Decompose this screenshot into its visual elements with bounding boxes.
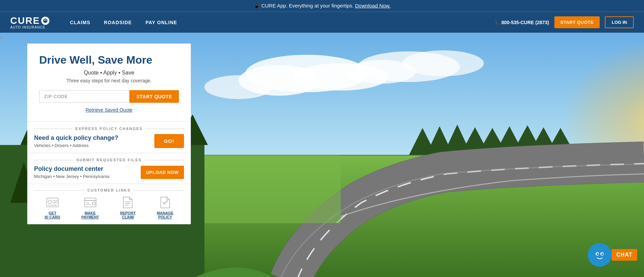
submit-files-label: SUBMIT REQUESTED FILES [34, 158, 184, 162]
claim-label: REPORTCLAIM [120, 211, 136, 219]
payment-icon [83, 196, 97, 209]
hero-section: ✕ Drive Well, Save More Quote • Apply • … [0, 33, 644, 277]
claim-icon [121, 196, 135, 209]
go-button[interactable]: GO! [154, 134, 184, 148]
svg-point-51 [592, 247, 608, 263]
hero-close-button[interactable]: ✕ [0, 35, 3, 42]
policy-label: MANAGEPOLICY [157, 211, 173, 219]
main-nav: CURE AUTO INSURANCE CLAIMS ROADSIDE PAY … [0, 12, 644, 33]
svg-point-1 [45, 19, 46, 20]
svg-point-57 [602, 253, 603, 254]
make-payment-link[interactable]: MAKEPAYMENT [81, 196, 99, 219]
svg-point-39 [48, 200, 51, 203]
policy-icon [158, 196, 172, 209]
id-card-icon [46, 196, 59, 209]
quote-title: Drive Well, Save More [39, 54, 179, 66]
chat-label: CHAT [612, 249, 637, 261]
submit-files-inner: Policy document center Michigan • New Je… [34, 165, 184, 179]
get-id-card-link[interactable]: GETID CARD [45, 196, 60, 219]
logo-name: CURE [10, 15, 49, 26]
nav-links: CLAIMS ROADSIDE PAY ONLINE [70, 20, 494, 25]
phone-number: 📞 800-535-CURE (2873) [494, 20, 549, 25]
nav-start-quote-button[interactable]: START QUOTE [554, 16, 600, 28]
svg-point-56 [597, 253, 598, 254]
logo-icon [41, 17, 49, 25]
quote-subtitle: Quote • Apply • Save [39, 70, 179, 76]
banner-download-link[interactable]: Download Now. [355, 3, 390, 9]
svg-rect-43 [85, 198, 96, 207]
nav-roadside[interactable]: ROADSIDE [104, 20, 132, 25]
logo-subtitle: AUTO INSURANCE [10, 26, 49, 29]
quote-description: Three easy steps for next day coverage. [39, 78, 179, 83]
customer-links-grid: GETID CARD MAKEPAYMENT REPORTCLAIM [34, 196, 184, 219]
nav-claims[interactable]: CLAIMS [70, 20, 90, 25]
express-policy-inner: Need a quick policy change? Vehicles • D… [34, 134, 184, 148]
retrieve-saved-quote-link[interactable]: Retrieve Saved Quote [86, 107, 133, 113]
banner-text: CURE App. Everything at your fingertips. [261, 3, 354, 9]
nav-pay-online[interactable]: PAY ONLINE [145, 20, 177, 25]
upload-now-button[interactable]: UPLOAD NOW [141, 166, 184, 179]
start-quote-button[interactable]: START QUOTE [129, 90, 179, 103]
manage-policy-link[interactable]: MANAGEPOLICY [157, 196, 173, 219]
payment-label: MAKEPAYMENT [81, 211, 99, 219]
express-policy-detail: Vehicles • Drivers • Address [34, 143, 118, 148]
submit-files-section: SUBMIT REQUESTED FILES Policy document c… [27, 153, 191, 184]
customer-links-section: CUSTOMER LINKS GETID CARD MAKEPAYMENT [27, 184, 191, 224]
svg-point-10 [402, 50, 484, 76]
report-claim-link[interactable]: REPORTCLAIM [120, 196, 136, 219]
nav-login-button[interactable]: LOG IN [605, 16, 634, 28]
express-policy-label: EXPRESS POLICY CHANGES [34, 127, 184, 131]
id-card-label: GETID CARD [45, 211, 60, 219]
express-policy-heading: Need a quick policy change? [34, 134, 118, 142]
zip-code-input[interactable] [39, 90, 129, 103]
svg-rect-47 [92, 202, 95, 205]
svg-rect-37 [204, 155, 341, 223]
express-policy-text: Need a quick policy change? Vehicles • D… [34, 134, 118, 148]
svg-point-0 [43, 19, 47, 23]
chat-avatar [588, 243, 612, 267]
express-policy-section: EXPRESS POLICY CHANGES Need a quick poli… [27, 122, 191, 153]
submit-files-heading: Policy document center [34, 165, 109, 173]
top-banner: 📱 CURE App. Everything at your fingertip… [0, 0, 644, 12]
submit-files-detail: Michigan • New Jersey • Pennsylvania [34, 174, 109, 179]
content-panel: Drive Well, Save More Quote • Apply • Sa… [27, 44, 191, 224]
quote-section: Drive Well, Save More Quote • Apply • Sa… [27, 44, 191, 122]
banner-icon: 📱 [254, 3, 260, 9]
chat-widget[interactable]: CHAT [588, 243, 637, 267]
logo: CURE AUTO INSURANCE [10, 15, 49, 29]
svg-point-7 [204, 75, 273, 99]
submit-files-text: Policy document center Michigan • New Je… [34, 165, 109, 179]
customer-links-label: CUSTOMER LINKS [34, 188, 184, 192]
nav-right: 📞 800-535-CURE (2873) START QUOTE LOG IN [494, 16, 634, 28]
quote-form: START QUOTE [39, 90, 179, 103]
